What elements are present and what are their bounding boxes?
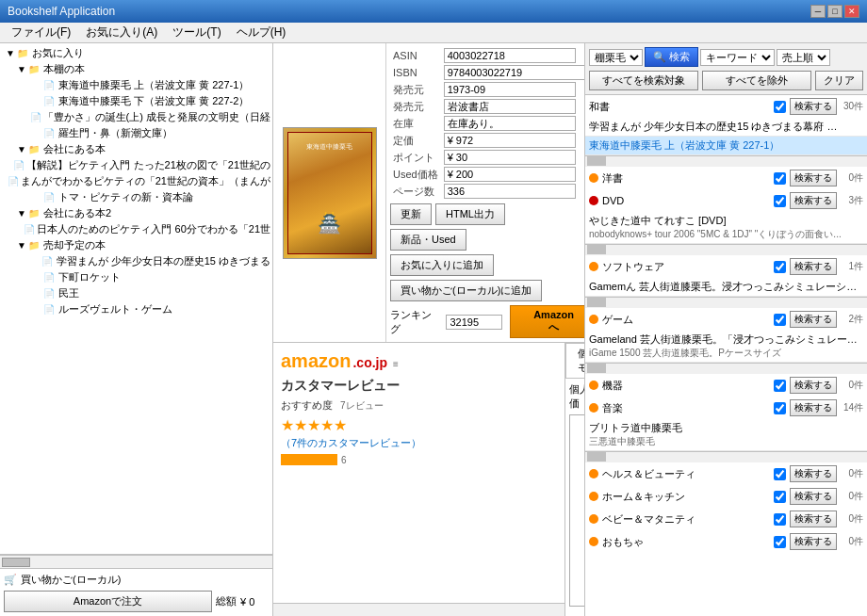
yosyo-search-btn[interactable]: 検索する bbox=[790, 170, 837, 186]
new-used-button[interactable]: 新品・Used bbox=[390, 229, 466, 251]
washo-checkbox[interactable] bbox=[774, 101, 786, 113]
publisher-input[interactable] bbox=[444, 99, 576, 114]
search-results[interactable]: 和書 検索する 30件 学習まんが 少年少女日本の歴史15 ゆきづまる幕府 … … bbox=[585, 95, 867, 616]
washo-result-0[interactable]: 学習まんが 少年少女日本の歴史15 ゆきづまる幕府 … bbox=[585, 118, 867, 137]
kiki-search-btn[interactable]: 検索する bbox=[790, 377, 837, 394]
memo-tab-personal[interactable]: 個人用メモ bbox=[565, 343, 584, 378]
clear-button[interactable]: クリア bbox=[815, 71, 863, 90]
ongaku-result-0[interactable]: ブリトラ道中膝栗毛 三悪道中膝栗毛 bbox=[585, 419, 867, 451]
dvd-result-0[interactable]: やじきた道中 てれすこ [DVD] nobodyknows+ tour 2006… bbox=[585, 212, 867, 244]
tree-group-2[interactable]: ▼ 📁 会社にある本2 bbox=[2, 205, 270, 221]
dvd-checkbox[interactable] bbox=[774, 195, 786, 207]
add-fav-button[interactable]: お気に入りに追加 bbox=[390, 254, 494, 276]
game-checkbox[interactable] bbox=[774, 314, 786, 326]
points-input[interactable] bbox=[444, 150, 576, 165]
ranking-input[interactable] bbox=[446, 315, 502, 330]
ongaku-search-btn[interactable]: 検索する bbox=[790, 399, 837, 416]
tree-hscroll[interactable] bbox=[0, 555, 272, 568]
yosyo-checkbox[interactable] bbox=[774, 172, 786, 185]
all-exclude-button[interactable]: すべてを除外 bbox=[702, 71, 811, 90]
tree-item-0-3[interactable]: 📄 羅生門・鼻（新潮文庫） bbox=[2, 125, 270, 141]
html-output-button[interactable]: HTML出力 bbox=[435, 203, 505, 225]
game-result-0[interactable]: Gameland 芸人街道膝栗毛。「浸才つっこみシミュレーション」… iGame… bbox=[585, 331, 867, 363]
menu-tools[interactable]: ツール(T) bbox=[165, 23, 228, 42]
baby-checkbox[interactable] bbox=[774, 513, 786, 526]
tree-item-0-0[interactable]: 📄 東海道中膝栗毛 上（岩波文庫 黄 227-1） bbox=[2, 77, 270, 93]
isbn-input[interactable] bbox=[444, 65, 584, 80]
price-input[interactable] bbox=[444, 133, 576, 148]
tree-root[interactable]: ▼ 📁 お気に入り bbox=[2, 45, 270, 61]
tree-item-3-0[interactable]: 📄 学習まんが 少年少女日本の歴史15 ゆきづまる bbox=[2, 253, 270, 269]
asin-input[interactable] bbox=[444, 48, 576, 63]
ongaku-checkbox[interactable] bbox=[774, 402, 786, 414]
home-checkbox[interactable] bbox=[774, 491, 786, 503]
tree-item-0-2[interactable]: 📄 「豊かさ」の誕生(上) 成長と発展の文明史（日経 bbox=[2, 109, 270, 125]
tree-item-1-0[interactable]: 📄 【解説】ピケティ入門 たった21枚の図で「21世紀の bbox=[2, 157, 270, 173]
amazon-order-button[interactable]: Amazonで注文 bbox=[4, 591, 212, 612]
stock-input[interactable] bbox=[444, 116, 576, 131]
tree-group-1[interactable]: ▼ 📁 会社にある本 bbox=[2, 141, 270, 157]
software-search-btn[interactable]: 検索する bbox=[790, 258, 837, 275]
minimize-button[interactable]: ─ bbox=[810, 5, 826, 18]
search-button[interactable]: 🔍 検索 bbox=[645, 47, 698, 67]
menu-favorites[interactable]: お気に入り(A) bbox=[78, 23, 165, 42]
add-cart-button[interactable]: 買い物かご(ローカル)に追加 bbox=[390, 280, 542, 301]
game-hscroll-thumb[interactable] bbox=[587, 364, 606, 373]
ongaku-hscroll-thumb[interactable] bbox=[587, 452, 606, 462]
maximize-button[interactable]: □ bbox=[827, 5, 842, 18]
tree-item-3-1[interactable]: 📄 下町ロケット bbox=[2, 269, 270, 285]
root-expander[interactable]: ▼ bbox=[6, 48, 17, 58]
hscroll-thumb[interactable] bbox=[2, 558, 30, 567]
published-input[interactable] bbox=[444, 82, 576, 97]
washo-result-1[interactable]: 東海道中膝栗毛 上（岩波文庫 黄 227-1） bbox=[585, 137, 867, 155]
tree-item-1-1[interactable]: 📄 まんがでわかるピケティの「21世紀の資本」（まんが bbox=[2, 173, 270, 189]
toy-search-btn[interactable]: 検索する bbox=[790, 533, 837, 550]
software-hscroll[interactable] bbox=[585, 297, 867, 308]
close-button[interactable]: ✕ bbox=[844, 5, 859, 18]
tree-group-3[interactable]: ▼ 📁 売却予定の本 bbox=[2, 237, 270, 253]
washo-hscroll[interactable] bbox=[585, 155, 867, 167]
amazon-scroll-bar[interactable] bbox=[273, 603, 564, 616]
game-hscroll[interactable] bbox=[585, 363, 867, 374]
sort-dropdown[interactable]: 売上順 bbox=[777, 49, 830, 66]
used-input[interactable] bbox=[444, 167, 576, 182]
washo-search-btn[interactable]: 検索する bbox=[790, 98, 837, 115]
memo-textarea[interactable] bbox=[569, 414, 584, 607]
pages-input[interactable] bbox=[444, 184, 576, 199]
software-hscroll-thumb[interactable] bbox=[587, 298, 606, 307]
tree-item-3-2[interactable]: 📄 民王 bbox=[2, 285, 270, 301]
dvd-search-btn[interactable]: 検索する bbox=[790, 192, 837, 209]
group1-expander[interactable]: ▼ bbox=[17, 144, 28, 154]
tree-item-1-2[interactable]: 📄 トマ・ピケティの新・資本論 bbox=[2, 189, 270, 205]
amazon-goto-button[interactable]: Amazonへ bbox=[510, 305, 584, 338]
tree-group-0[interactable]: ▼ 📁 本棚の本 bbox=[2, 61, 270, 77]
group2-expander[interactable]: ▼ bbox=[17, 208, 28, 219]
update-button[interactable]: 更新 bbox=[390, 203, 432, 225]
dvd-hscroll-thumb[interactable] bbox=[587, 245, 606, 254]
all-search-button[interactable]: すべてを検索対象 bbox=[589, 71, 698, 90]
software-checkbox[interactable] bbox=[774, 261, 786, 273]
menu-file[interactable]: ファイル(F) bbox=[4, 23, 78, 42]
group3-expander[interactable]: ▼ bbox=[17, 240, 28, 251]
kiki-checkbox[interactable] bbox=[774, 380, 786, 392]
health-checkbox[interactable] bbox=[774, 468, 786, 480]
baby-search-btn[interactable]: 検索する bbox=[790, 511, 837, 527]
menu-help[interactable]: ヘルプ(H) bbox=[229, 23, 294, 42]
tree-item-0-1[interactable]: 📄 東海道中膝栗毛 下（岩波文庫 黄 227-2） bbox=[2, 93, 270, 109]
review-count-link[interactable]: （7件のカスタマーレビュー） bbox=[281, 437, 421, 448]
tree-item-3-3[interactable]: 📄 ルーズヴェルト・ゲーム bbox=[2, 301, 270, 317]
home-search-btn[interactable]: 検索する bbox=[790, 488, 837, 505]
search-category-dropdown[interactable]: 棚栗毛 bbox=[589, 49, 643, 66]
software-result-0[interactable]: Gamemん 芸人街道膝栗毛。浸才つっこみシミュレーション… bbox=[585, 278, 867, 297]
tree-item-2-0[interactable]: 📄 日本人のためのピケティ入門 60分でわかる「21世 bbox=[2, 221, 270, 237]
health-search-btn[interactable]: 検索する bbox=[790, 465, 837, 482]
toy-checkbox[interactable] bbox=[774, 536, 786, 548]
washo-hscroll-thumb[interactable] bbox=[587, 156, 606, 166]
tree-area[interactable]: ▼ 📁 お気に入り ▼ 📁 本棚の本 📄 東海道中膝栗毛 上（岩波文庫 黄 22… bbox=[0, 43, 272, 555]
keyword-dropdown[interactable]: キーワード bbox=[700, 49, 775, 66]
group0-expander[interactable]: ▼ bbox=[17, 64, 28, 74]
game-search-btn[interactable]: 検索する bbox=[790, 311, 837, 328]
dvd-hscroll[interactable] bbox=[585, 244, 867, 255]
ongaku-hscroll[interactable] bbox=[585, 451, 867, 462]
review-link-area[interactable]: （7件のカスタマーレビュー） bbox=[281, 436, 557, 450]
